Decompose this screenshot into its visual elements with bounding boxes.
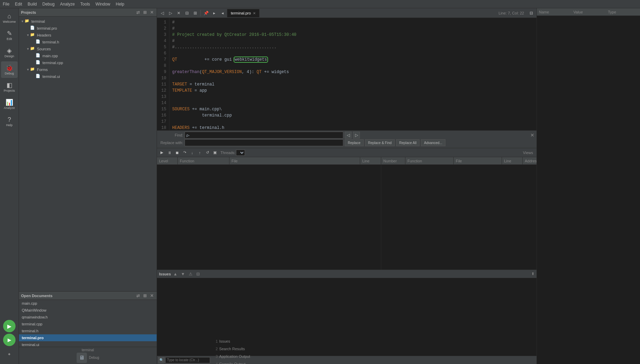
toolbar-split2-btn[interactable]: ⊞ [191,9,199,17]
tab-terminal-pro-close[interactable]: ✕ [253,11,256,15]
menu-item-build[interactable]: Build [25,2,40,7]
bottom-search-area: 🔍 [158,357,210,363]
open-docs-sync-btn[interactable]: ⇄ [135,293,141,299]
sidebar-icon-debug[interactable]: 🐞Debug [1,61,18,78]
col-level[interactable]: Level [157,157,178,164]
code-area[interactable]: ### Project created by QtCreator 2016-01… [169,18,536,130]
tree-item[interactable]: 📄 main.cpp [19,52,157,59]
sidebar-icon-edit[interactable]: ✎Edit [1,27,18,43]
find-input[interactable] [185,132,343,139]
bottom-search-input[interactable] [165,357,210,363]
views-btn[interactable]: Views [521,151,535,155]
issues-filter-btn[interactable]: ⊟ [195,271,201,277]
sidebar-icon-help[interactable]: ?Help [1,113,18,130]
debug-more-btn[interactable]: ▣ [211,149,218,156]
toolbar-prev-btn[interactable]: ◂ [219,9,226,17]
sidebar-icon-analyze[interactable]: 📊Analyze [1,96,18,112]
toolbar-close-btn[interactable]: ✕ [175,9,183,17]
debug-pause-btn[interactable]: ⏸ [166,149,173,156]
debugger-table-area: Level Function File Line [157,157,536,270]
sidebar-icon-welcome[interactable]: ⌂Welcome [1,10,18,26]
threads-label: Threads: [220,151,235,155]
tree-item[interactable]: 📄 terminal.ui [19,73,157,80]
bottom-tab-issues[interactable]: 1 Issues [213,337,254,345]
panel-sync-btn[interactable]: ⇄ [135,10,141,15]
bottom-tab-application-output[interactable]: 3 Application Output [213,353,254,360]
replace-find-btn[interactable]: Replace & Find [365,139,395,146]
tab-terminal-pro-label: terminal.pro [231,11,251,15]
toolbar-settings-btn[interactable]: ⊟ [528,9,535,17]
tab-terminal-pro[interactable]: terminal.pro ✕ [227,9,259,17]
menu-item-tools[interactable]: Tools [78,2,93,7]
open-doc-item[interactable]: qmainwindow.h [19,314,157,321]
col-file[interactable]: File [229,157,360,164]
open-doc-item[interactable]: QMainWindow [19,307,157,314]
tree-item[interactable]: ▼ 📁 Headers [19,32,157,39]
toolbar-next-btn[interactable]: ▸ [210,9,218,17]
open-doc-item[interactable]: terminal.cpp [19,321,157,327]
bottom-tab-compile-output[interactable]: 4 Compile Output [213,360,254,364]
open-docs-list: main.cppQMainWindowqmainwindow.hterminal… [19,300,157,348]
sidebar-icon-design[interactable]: ◈Design [1,44,18,61]
bp-col-function[interactable]: Function [405,157,454,164]
tree-item[interactable]: 📄 terminal.cpp [19,59,157,66]
run-button[interactable]: ▶ [3,320,16,332]
replace-all-btn[interactable]: Replace All [396,139,420,146]
replace-input[interactable] [185,139,343,146]
col-line[interactable]: Line [360,157,381,164]
toolbar-pin-btn[interactable]: 📌 [202,9,210,17]
debug-step-out-btn[interactable]: ↑ [196,149,203,156]
open-doc-item[interactable]: terminal.h [19,327,157,334]
panel-close-btn[interactable]: ✕ [149,10,155,15]
editor-area[interactable]: 123456789101112131415161718192021222324 … [157,18,536,130]
tree-item[interactable]: 📄 terminal.pro [19,25,157,32]
toolbar-back-btn[interactable]: ◁ [158,9,166,17]
tree-item[interactable]: 📄 terminal.h [19,39,157,46]
open-docs-close-btn[interactable]: ✕ [149,293,155,299]
threads-select[interactable] [236,150,245,156]
bp-col-number[interactable]: Number [381,157,405,164]
tree-item[interactable]: ▼ 📁 terminal [19,18,157,25]
bottom-search-icon-btn[interactable]: 🔍 [158,357,165,363]
issues-up-btn[interactable]: ▲ [172,271,178,277]
debug-resume-btn[interactable]: ▶ [158,149,165,156]
debug-step-into-btn[interactable]: ↓ [189,149,196,156]
find-prev-btn[interactable]: ◁ [345,132,352,139]
bottom-tab-search-results[interactable]: 2 Search Results [213,345,254,353]
debug-stop-btn[interactable]: ⏹ [174,149,180,156]
line-number: 14 [158,100,166,106]
tree-item[interactable]: ▼ 📁 Sources [19,46,157,52]
open-docs-grid-btn[interactable]: ⊞ [142,293,148,299]
issues-down-btn[interactable]: ▼ [180,271,186,277]
find-close-btn[interactable]: ✕ [530,132,534,138]
var-col-name: Name [539,8,573,16]
menu-item-help[interactable]: Help [113,2,127,7]
bp-col-line[interactable]: Line [502,157,523,164]
tree-item[interactable]: ▼ 📁 Forms [19,66,157,73]
issues-warning-btn[interactable]: ⚠ [187,271,194,277]
open-doc-item[interactable]: main.cpp [19,300,157,307]
menu-item-analyze[interactable]: Analyze [57,2,78,7]
debug-step-over-btn[interactable]: ↷ [181,149,188,156]
bp-col-address[interactable]: Address [523,157,536,164]
menu-item-file[interactable]: File [0,2,12,7]
debug-device-btn[interactable]: 🖥 [77,353,87,363]
code-line: # [172,19,534,26]
replace-btn[interactable]: Replace [345,139,364,146]
open-doc-item[interactable]: terminal.pro [19,334,157,341]
issues-expand-btn[interactable]: ⬆ [531,272,534,276]
debug-restart-btn[interactable]: ↺ [204,149,211,156]
menu-item-window[interactable]: Window [93,2,113,7]
debug-run-button[interactable]: ▶ [3,334,16,346]
advanced-btn[interactable]: Advanced... [421,139,445,146]
col-function[interactable]: Function [178,157,229,164]
sidebar-icon-projects[interactable]: ◧Projects [1,79,18,95]
toolbar-split-btn[interactable]: ⊟ [183,9,191,17]
menu-item-edit[interactable]: Edit [12,2,25,7]
panel-grid-btn[interactable]: ⊞ [142,10,148,15]
find-next-btn[interactable]: ▷ [353,132,360,139]
toolbar-forward-btn[interactable]: ▷ [167,9,174,17]
menu-item-debug[interactable]: Debug [40,2,57,7]
bp-col-file[interactable]: File [454,157,502,164]
stop-button[interactable]: ⬥ [3,347,16,360]
